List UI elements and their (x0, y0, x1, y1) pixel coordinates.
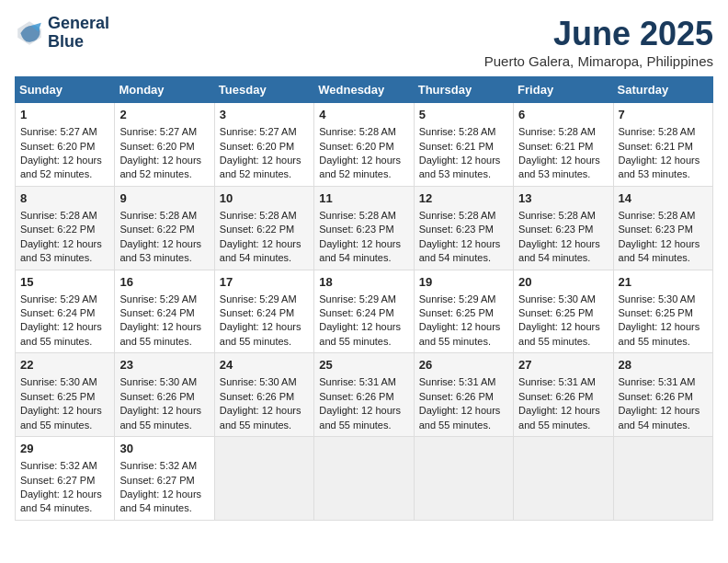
calendar-day-cell: 25 Sunrise: 5:31 AM Sunset: 6:26 PM Dayl… (314, 353, 414, 437)
weekday-header: Wednesday (314, 77, 414, 103)
sunrise-label: Sunrise: 5:28 AM (518, 126, 596, 137)
daylight-label: Daylight: 12 hours and 54 minutes. (319, 238, 401, 263)
sunrise-label: Sunrise: 5:28 AM (518, 210, 596, 221)
calendar-day-cell: 28 Sunrise: 5:31 AM Sunset: 6:26 PM Dayl… (613, 353, 712, 437)
weekday-header: Monday (115, 77, 214, 103)
sunrise-label: Sunrise: 5:31 AM (419, 376, 496, 387)
calendar-day-cell: 18 Sunrise: 5:29 AM Sunset: 6:24 PM Dayl… (314, 270, 414, 353)
title-block: June 2025 Puerto Galera, Mimaropa, Phili… (484, 15, 713, 69)
sunrise-label: Sunrise: 5:29 AM (119, 293, 197, 304)
day-number: 20 (518, 274, 608, 291)
weekday-header: Thursday (414, 77, 513, 103)
sunset-label: Sunset: 6:24 PM (220, 307, 294, 318)
sunset-label: Sunset: 6:23 PM (319, 224, 393, 235)
sunset-label: Sunset: 6:27 PM (119, 475, 194, 486)
sunset-label: Sunset: 6:22 PM (119, 224, 194, 235)
calendar-day-cell: 19 Sunrise: 5:29 AM Sunset: 6:25 PM Dayl… (414, 270, 513, 353)
daylight-label: Daylight: 12 hours and 55 minutes. (220, 405, 301, 430)
daylight-label: Daylight: 12 hours and 54 minutes. (419, 238, 501, 263)
day-number: 3 (220, 107, 309, 123)
day-number: 11 (319, 190, 408, 207)
daylight-label: Daylight: 12 hours and 54 minutes. (220, 238, 301, 263)
calendar-day-cell: 9 Sunrise: 5:28 AM Sunset: 6:22 PM Dayli… (115, 186, 214, 270)
day-number: 7 (619, 107, 708, 123)
day-number: 27 (518, 357, 608, 373)
calendar-day-cell: 7 Sunrise: 5:28 AM Sunset: 6:21 PM Dayli… (613, 103, 712, 187)
day-number: 16 (119, 274, 209, 291)
calendar-day-cell: 30 Sunrise: 5:32 AM Sunset: 6:27 PM Dayl… (115, 437, 214, 521)
daylight-label: Daylight: 12 hours and 53 minutes. (20, 238, 102, 263)
day-number: 17 (220, 274, 309, 291)
day-number: 23 (119, 357, 209, 373)
day-number: 30 (119, 441, 209, 457)
daylight-label: Daylight: 12 hours and 53 minutes. (419, 155, 501, 179)
daylight-label: Daylight: 12 hours and 54 minutes. (619, 405, 700, 430)
sunset-label: Sunset: 6:26 PM (119, 391, 194, 402)
sunset-label: Sunset: 6:21 PM (619, 141, 693, 152)
sunrise-label: Sunrise: 5:28 AM (220, 210, 297, 221)
sunrise-label: Sunrise: 5:30 AM (220, 376, 297, 387)
sunrise-label: Sunrise: 5:28 AM (319, 210, 396, 221)
day-number: 15 (20, 274, 109, 291)
sunset-label: Sunset: 6:26 PM (619, 391, 693, 402)
sunset-label: Sunset: 6:20 PM (20, 141, 95, 152)
day-number: 19 (419, 274, 508, 291)
daylight-label: Daylight: 12 hours and 55 minutes. (619, 321, 700, 346)
day-number: 5 (419, 107, 508, 123)
calendar-day-cell: 29 Sunrise: 5:32 AM Sunset: 6:27 PM Dayl… (16, 437, 115, 521)
calendar-table: SundayMondayTuesdayWednesdayThursdayFrid… (15, 76, 713, 521)
calendar-day-cell: 13 Sunrise: 5:28 AM Sunset: 6:23 PM Dayl… (514, 186, 613, 270)
daylight-label: Daylight: 12 hours and 53 minutes. (518, 155, 600, 179)
day-number: 2 (119, 107, 209, 123)
calendar-day-cell: 24 Sunrise: 5:30 AM Sunset: 6:26 PM Dayl… (214, 353, 313, 437)
sunrise-label: Sunrise: 5:28 AM (419, 210, 496, 221)
sunrise-label: Sunrise: 5:28 AM (619, 126, 696, 137)
calendar-week-row: 29 Sunrise: 5:32 AM Sunset: 6:27 PM Dayl… (16, 437, 713, 521)
sunrise-label: Sunrise: 5:30 AM (20, 376, 97, 387)
day-number: 24 (220, 357, 309, 373)
sunset-label: Sunset: 6:24 PM (20, 307, 95, 318)
day-number: 18 (319, 274, 408, 291)
calendar-day-cell: 2 Sunrise: 5:27 AM Sunset: 6:20 PM Dayli… (115, 103, 214, 187)
day-number: 25 (319, 357, 408, 373)
calendar-day-cell: 15 Sunrise: 5:29 AM Sunset: 6:24 PM Dayl… (16, 270, 115, 353)
calendar-day-cell (214, 437, 313, 521)
day-number: 12 (419, 190, 508, 207)
daylight-label: Daylight: 12 hours and 55 minutes. (319, 405, 401, 430)
day-number: 8 (20, 190, 109, 207)
sunrise-label: Sunrise: 5:32 AM (20, 460, 97, 471)
weekday-header: Sunday (16, 77, 115, 103)
sunrise-label: Sunrise: 5:32 AM (119, 460, 197, 471)
location: Puerto Galera, Mimaropa, Philippines (484, 53, 713, 69)
weekday-header-row: SundayMondayTuesdayWednesdayThursdayFrid… (16, 77, 713, 103)
sunset-label: Sunset: 6:25 PM (419, 307, 494, 318)
sunset-label: Sunset: 6:23 PM (419, 224, 494, 235)
daylight-label: Daylight: 12 hours and 55 minutes. (20, 405, 102, 430)
month-title: June 2025 (484, 15, 713, 53)
sunrise-label: Sunrise: 5:28 AM (119, 210, 197, 221)
day-number: 29 (20, 441, 109, 457)
calendar-day-cell: 26 Sunrise: 5:31 AM Sunset: 6:26 PM Dayl… (414, 353, 513, 437)
day-number: 26 (419, 357, 508, 373)
sunset-label: Sunset: 6:22 PM (220, 224, 294, 235)
weekday-header: Friday (514, 77, 613, 103)
daylight-label: Daylight: 12 hours and 52 minutes. (220, 155, 301, 179)
sunset-label: Sunset: 6:26 PM (518, 391, 593, 402)
calendar-day-cell: 1 Sunrise: 5:27 AM Sunset: 6:20 PM Dayli… (16, 103, 115, 187)
sunset-label: Sunset: 6:23 PM (619, 224, 693, 235)
page-header: General Blue June 2025 Puerto Galera, Mi… (15, 15, 713, 69)
sunset-label: Sunset: 6:26 PM (319, 391, 393, 402)
sunrise-label: Sunrise: 5:28 AM (619, 210, 696, 221)
sunset-label: Sunset: 6:24 PM (119, 307, 194, 318)
sunrise-label: Sunrise: 5:29 AM (20, 293, 97, 304)
sunrise-label: Sunrise: 5:28 AM (20, 210, 97, 221)
day-number: 28 (619, 357, 708, 373)
calendar-day-cell: 27 Sunrise: 5:31 AM Sunset: 6:26 PM Dayl… (514, 353, 613, 437)
calendar-week-row: 1 Sunrise: 5:27 AM Sunset: 6:20 PM Dayli… (16, 103, 713, 187)
sunrise-label: Sunrise: 5:29 AM (220, 293, 297, 304)
sunrise-label: Sunrise: 5:30 AM (518, 293, 596, 304)
sunset-label: Sunset: 6:20 PM (119, 141, 194, 152)
daylight-label: Daylight: 12 hours and 55 minutes. (419, 321, 501, 346)
calendar-day-cell: 20 Sunrise: 5:30 AM Sunset: 6:25 PM Dayl… (514, 270, 613, 353)
calendar-week-row: 8 Sunrise: 5:28 AM Sunset: 6:22 PM Dayli… (16, 186, 713, 270)
